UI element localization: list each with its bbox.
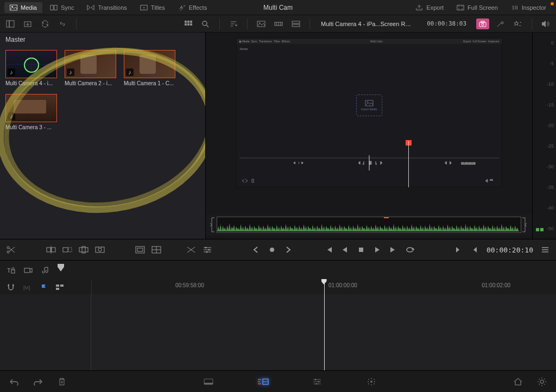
volume-button[interactable] xyxy=(540,18,552,30)
prev-edit-button[interactable] xyxy=(469,244,480,255)
zoom-slider[interactable] xyxy=(58,261,551,280)
clip-label: Multi Camera 2 - i... xyxy=(65,80,116,86)
tab-sync[interactable]: Sync xyxy=(45,2,79,13)
timeline-ruler[interactable]: 00:59:58:00 01:00:00:00 01:00:02:00 xyxy=(91,280,556,294)
meter-tick: -10 xyxy=(547,81,554,87)
effects-panel-button[interactable] xyxy=(512,18,524,30)
record-button[interactable] xyxy=(267,244,277,255)
sliders-button[interactable] xyxy=(202,244,213,255)
go-end-button[interactable] xyxy=(388,244,399,255)
go-start-button[interactable] xyxy=(323,244,334,255)
media-clip[interactable]: ♪ Multi Camera 4 - i... xyxy=(5,50,57,86)
tab-media[interactable]: Media xyxy=(4,2,42,13)
redo-icon xyxy=(33,378,43,385)
sort-button[interactable] xyxy=(228,18,239,30)
safe-area-button[interactable] xyxy=(135,244,146,255)
svg-rect-43 xyxy=(137,248,143,251)
delete-button[interactable] xyxy=(54,376,70,388)
media-clip[interactable]: ♪ Multi Camera 2 - i... xyxy=(65,50,116,86)
slider-handle-icon[interactable] xyxy=(58,264,64,271)
page-media[interactable] xyxy=(201,376,216,388)
smart-insert-button[interactable] xyxy=(46,244,56,255)
track-headers[interactable] xyxy=(0,294,91,376)
svg-rect-3 xyxy=(54,5,57,10)
meter-scale: 0 -5 -10 -15 -20 -25 -30 -35 -40 -50 xyxy=(547,40,554,231)
svg-point-32 xyxy=(7,246,9,249)
playhead-head-icon[interactable] xyxy=(321,279,327,284)
source-viewer[interactable]: ▣ MediaSyncTransitionsTitlesEffects Mult… xyxy=(205,33,532,239)
track-area[interactable] xyxy=(91,294,556,376)
page-edit[interactable] xyxy=(309,376,325,388)
thumbnail-view-button[interactable] xyxy=(182,18,194,30)
play-reverse-button[interactable] xyxy=(339,244,350,255)
page-fusion[interactable] xyxy=(364,376,379,388)
close-up-button[interactable] xyxy=(94,244,105,255)
frame-button[interactable] xyxy=(151,244,162,255)
strip-view-button[interactable] xyxy=(273,18,285,30)
home-icon xyxy=(513,377,523,386)
video-track-button[interactable] xyxy=(23,265,34,276)
flag-button[interactable] xyxy=(38,282,49,293)
camera-raw-button[interactable] xyxy=(476,18,489,29)
reverse-icon xyxy=(341,246,349,254)
timeline-timecode[interactable]: 00:00:20:10 xyxy=(486,246,533,254)
tab-effects[interactable]: Effects xyxy=(173,2,212,13)
tools-button[interactable] xyxy=(495,18,507,30)
export-button[interactable]: Export xyxy=(410,2,449,13)
lock-tracks-button[interactable]: T xyxy=(5,265,16,276)
clip-thumbnail: ♪ xyxy=(124,50,175,78)
waveform-display[interactable] xyxy=(217,217,521,233)
play-button[interactable] xyxy=(372,244,383,255)
redo-button[interactable] xyxy=(30,376,46,388)
jog-prev-button[interactable] xyxy=(250,244,261,255)
sync-bin-button[interactable] xyxy=(39,18,51,30)
audio-scrubber[interactable] xyxy=(206,214,532,236)
tab-transitions[interactable]: Transitions xyxy=(81,2,132,13)
loop-button[interactable] xyxy=(405,244,415,255)
jog-next-button[interactable] xyxy=(283,244,294,255)
bracket-right-icon xyxy=(521,216,528,233)
flag-icon xyxy=(40,283,47,291)
fullscreen-icon xyxy=(457,4,464,11)
page-cut[interactable] xyxy=(255,376,270,388)
append-button[interactable] xyxy=(62,244,73,255)
svg-point-16 xyxy=(203,21,207,26)
marker-button[interactable]: [M] xyxy=(22,282,33,293)
svg-point-46 xyxy=(208,249,210,251)
source-tape-button[interactable] xyxy=(255,18,267,30)
svg-point-61 xyxy=(318,381,320,382)
search-button[interactable] xyxy=(200,18,212,30)
audio-track-button[interactable] xyxy=(40,265,51,276)
split-button[interactable] xyxy=(5,244,16,255)
waveform-marker-icon xyxy=(384,217,389,218)
home-button[interactable] xyxy=(510,376,526,388)
list-strip-button[interactable] xyxy=(290,18,302,30)
meter-tick: -40 xyxy=(547,205,554,211)
timeline-tracks[interactable] xyxy=(0,294,556,376)
inspector-button[interactable]: Inspector xyxy=(506,2,552,13)
clip-thumbnail: ♪ xyxy=(5,94,57,122)
view-options-button[interactable] xyxy=(54,282,65,293)
snap-button[interactable] xyxy=(5,282,16,293)
tab-titles[interactable]: T Titles xyxy=(135,2,170,13)
mid-section: Master ♪ Multi Camera 4 - i... ♪ Multi C… xyxy=(0,33,556,239)
media-clip[interactable]: ♪ Multi Camera 3 - ... xyxy=(5,94,57,130)
bin-view-button[interactable] xyxy=(4,18,16,30)
undo-button[interactable] xyxy=(7,376,22,388)
link-button[interactable] xyxy=(56,18,68,30)
fullscreen-button[interactable]: Full Screen xyxy=(451,2,503,13)
settings-button[interactable] xyxy=(534,376,549,388)
import-media-button[interactable] xyxy=(22,18,34,30)
ripple-overwrite-button[interactable] xyxy=(78,244,89,255)
svg-rect-56 xyxy=(56,288,59,290)
bin-name[interactable]: Master xyxy=(0,33,205,47)
svg-rect-58 xyxy=(204,383,213,384)
next-edit-button[interactable] xyxy=(453,244,464,255)
skip-back-icon xyxy=(324,246,333,254)
media-clip[interactable]: ♪ Multi Camera 1 - C... xyxy=(124,50,175,86)
timeline-menu-button[interactable] xyxy=(540,244,551,255)
svg-point-62 xyxy=(316,383,318,384)
stop-button[interactable] xyxy=(356,244,367,255)
tab-effects-label: Effects xyxy=(189,4,207,11)
transition-tool-button[interactable] xyxy=(186,244,197,255)
